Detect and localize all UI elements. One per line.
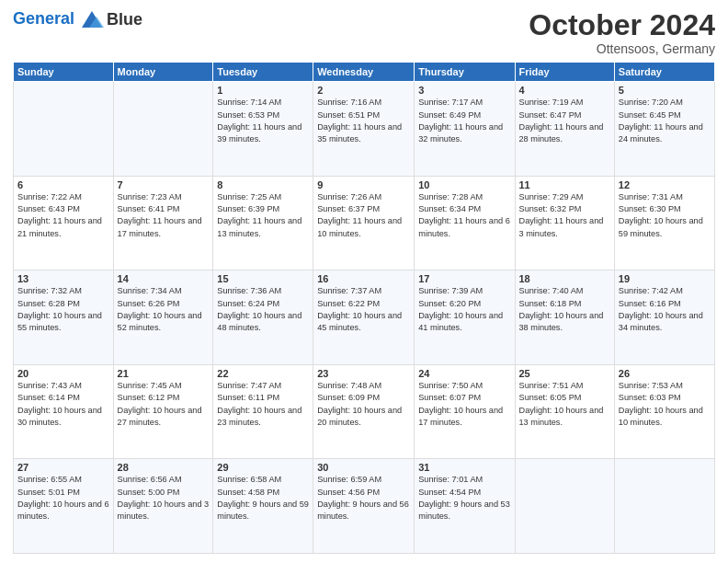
calendar-cell: 10Sunrise: 7:28 AM Sunset: 6:34 PM Dayli… <box>415 176 515 270</box>
calendar-cell: 14Sunrise: 7:34 AM Sunset: 6:26 PM Dayli… <box>113 270 213 365</box>
week-row-3: 13Sunrise: 7:32 AM Sunset: 6:28 PM Dayli… <box>14 270 715 365</box>
day-info: Sunrise: 7:26 AM Sunset: 6:37 PM Dayligh… <box>317 191 410 240</box>
day-info: Sunrise: 7:17 AM Sunset: 6:49 PM Dayligh… <box>418 97 510 145</box>
day-info: Sunrise: 7:39 AM Sunset: 6:20 PM Dayligh… <box>418 285 510 334</box>
logo-text: General <box>13 9 105 29</box>
day-number: 2 <box>317 85 410 96</box>
day-number: 25 <box>519 368 610 379</box>
header: General Blue October 2024 Ottensoos, Ger… <box>13 9 715 56</box>
day-info: Sunrise: 7:23 AM Sunset: 6:41 PM Dayligh… <box>118 191 210 240</box>
day-number: 1 <box>217 85 309 96</box>
day-info: Sunrise: 7:42 AM Sunset: 6:16 PM Dayligh… <box>619 285 711 334</box>
calendar-cell: 29Sunrise: 6:58 AM Sunset: 4:58 PM Dayli… <box>213 459 313 554</box>
calendar-cell: 23Sunrise: 7:48 AM Sunset: 6:09 PM Dayli… <box>313 364 415 459</box>
weekday-header-saturday: Saturday <box>614 63 714 82</box>
day-info: Sunrise: 7:36 AM Sunset: 6:24 PM Dayligh… <box>217 285 309 334</box>
day-number: 18 <box>519 273 610 284</box>
day-info: Sunrise: 7:53 AM Sunset: 6:03 PM Dayligh… <box>619 380 711 429</box>
day-number: 7 <box>118 179 210 190</box>
calendar-cell: 21Sunrise: 7:45 AM Sunset: 6:12 PM Dayli… <box>113 364 213 459</box>
calendar-cell: 31Sunrise: 7:01 AM Sunset: 4:54 PM Dayli… <box>415 459 515 554</box>
day-info: Sunrise: 7:19 AM Sunset: 6:47 PM Dayligh… <box>519 97 610 145</box>
calendar-cell: 24Sunrise: 7:50 AM Sunset: 6:07 PM Dayli… <box>415 364 515 459</box>
calendar-cell <box>113 82 213 177</box>
day-info: Sunrise: 7:45 AM Sunset: 6:12 PM Dayligh… <box>118 380 210 429</box>
logo-icon <box>80 9 104 29</box>
calendar-cell: 20Sunrise: 7:43 AM Sunset: 6:14 PM Dayli… <box>14 364 114 459</box>
calendar-cell <box>515 459 614 554</box>
week-row-5: 27Sunrise: 6:55 AM Sunset: 5:01 PM Dayli… <box>14 459 715 554</box>
day-number: 23 <box>317 368 410 379</box>
day-number: 16 <box>317 273 410 284</box>
day-number: 15 <box>217 273 309 284</box>
day-number: 31 <box>418 462 510 473</box>
day-info: Sunrise: 7:29 AM Sunset: 6:32 PM Dayligh… <box>519 191 610 240</box>
day-number: 12 <box>619 179 711 190</box>
day-number: 8 <box>217 179 309 190</box>
day-number: 28 <box>118 462 210 473</box>
location: Ottensoos, Germany <box>529 41 715 56</box>
day-number: 20 <box>17 368 109 379</box>
day-number: 17 <box>418 273 510 284</box>
calendar-cell: 26Sunrise: 7:53 AM Sunset: 6:03 PM Dayli… <box>614 364 714 459</box>
day-info: Sunrise: 7:20 AM Sunset: 6:45 PM Dayligh… <box>619 97 711 145</box>
calendar-cell <box>14 82 114 177</box>
calendar-cell: 8Sunrise: 7:25 AM Sunset: 6:39 PM Daylig… <box>213 176 313 270</box>
day-info: Sunrise: 7:43 AM Sunset: 6:14 PM Dayligh… <box>17 380 109 429</box>
day-number: 3 <box>418 85 510 96</box>
day-number: 10 <box>418 179 510 190</box>
day-number: 27 <box>17 462 109 473</box>
day-number: 9 <box>317 179 410 190</box>
calendar-cell: 12Sunrise: 7:31 AM Sunset: 6:30 PM Dayli… <box>614 176 714 270</box>
day-info: Sunrise: 7:25 AM Sunset: 6:39 PM Dayligh… <box>217 191 309 240</box>
day-number: 26 <box>619 368 711 379</box>
week-row-1: 1Sunrise: 7:14 AM Sunset: 6:53 PM Daylig… <box>14 82 715 177</box>
day-info: Sunrise: 6:59 AM Sunset: 4:56 PM Dayligh… <box>317 474 410 523</box>
weekday-header-row: SundayMondayTuesdayWednesdayThursdayFrid… <box>14 63 715 82</box>
calendar-cell: 9Sunrise: 7:26 AM Sunset: 6:37 PM Daylig… <box>313 176 415 270</box>
day-number: 29 <box>217 462 309 473</box>
page: General Blue October 2024 Ottensoos, Ger… <box>0 0 728 563</box>
day-info: Sunrise: 7:37 AM Sunset: 6:22 PM Dayligh… <box>317 285 410 334</box>
calendar-cell: 13Sunrise: 7:32 AM Sunset: 6:28 PM Dayli… <box>14 270 114 365</box>
day-info: Sunrise: 6:56 AM Sunset: 5:00 PM Dayligh… <box>118 474 210 523</box>
calendar-cell <box>614 459 714 554</box>
day-info: Sunrise: 7:51 AM Sunset: 6:05 PM Dayligh… <box>519 380 610 429</box>
day-info: Sunrise: 6:58 AM Sunset: 4:58 PM Dayligh… <box>217 474 309 523</box>
calendar-cell: 27Sunrise: 6:55 AM Sunset: 5:01 PM Dayli… <box>14 459 114 554</box>
calendar-cell: 22Sunrise: 7:47 AM Sunset: 6:11 PM Dayli… <box>213 364 313 459</box>
day-number: 21 <box>118 368 210 379</box>
day-info: Sunrise: 7:31 AM Sunset: 6:30 PM Dayligh… <box>619 191 711 240</box>
calendar-cell: 25Sunrise: 7:51 AM Sunset: 6:05 PM Dayli… <box>515 364 614 459</box>
day-info: Sunrise: 7:22 AM Sunset: 6:43 PM Dayligh… <box>17 191 109 240</box>
weekday-header-wednesday: Wednesday <box>313 63 415 82</box>
day-number: 19 <box>619 273 711 284</box>
day-info: Sunrise: 7:28 AM Sunset: 6:34 PM Dayligh… <box>418 191 510 240</box>
week-row-4: 20Sunrise: 7:43 AM Sunset: 6:14 PM Dayli… <box>14 364 715 459</box>
week-row-2: 6Sunrise: 7:22 AM Sunset: 6:43 PM Daylig… <box>14 176 715 270</box>
calendar-cell: 3Sunrise: 7:17 AM Sunset: 6:49 PM Daylig… <box>415 82 515 177</box>
calendar-cell: 30Sunrise: 6:59 AM Sunset: 4:56 PM Dayli… <box>313 459 415 554</box>
day-info: Sunrise: 7:32 AM Sunset: 6:28 PM Dayligh… <box>17 285 109 334</box>
day-info: Sunrise: 7:14 AM Sunset: 6:53 PM Dayligh… <box>217 97 309 145</box>
weekday-header-thursday: Thursday <box>415 63 515 82</box>
title-block: October 2024 Ottensoos, Germany <box>529 9 715 56</box>
calendar-cell: 2Sunrise: 7:16 AM Sunset: 6:51 PM Daylig… <box>313 82 415 177</box>
day-info: Sunrise: 7:16 AM Sunset: 6:51 PM Dayligh… <box>317 97 410 145</box>
day-number: 14 <box>118 273 210 284</box>
calendar-cell: 19Sunrise: 7:42 AM Sunset: 6:16 PM Dayli… <box>614 270 714 365</box>
day-number: 22 <box>217 368 309 379</box>
calendar-cell: 5Sunrise: 7:20 AM Sunset: 6:45 PM Daylig… <box>614 82 714 177</box>
day-number: 13 <box>17 273 109 284</box>
calendar-cell: 6Sunrise: 7:22 AM Sunset: 6:43 PM Daylig… <box>14 176 114 270</box>
day-number: 24 <box>418 368 510 379</box>
weekday-header-monday: Monday <box>113 63 213 82</box>
day-number: 4 <box>519 85 610 96</box>
day-info: Sunrise: 7:47 AM Sunset: 6:11 PM Dayligh… <box>217 380 309 429</box>
calendar-cell: 4Sunrise: 7:19 AM Sunset: 6:47 PM Daylig… <box>515 82 614 177</box>
day-info: Sunrise: 7:48 AM Sunset: 6:09 PM Dayligh… <box>317 380 410 429</box>
calendar-cell: 16Sunrise: 7:37 AM Sunset: 6:22 PM Dayli… <box>313 270 415 365</box>
calendar-cell: 17Sunrise: 7:39 AM Sunset: 6:20 PM Dayli… <box>415 270 515 365</box>
calendar-cell: 15Sunrise: 7:36 AM Sunset: 6:24 PM Dayli… <box>213 270 313 365</box>
logo-blue: Blue <box>107 10 142 29</box>
